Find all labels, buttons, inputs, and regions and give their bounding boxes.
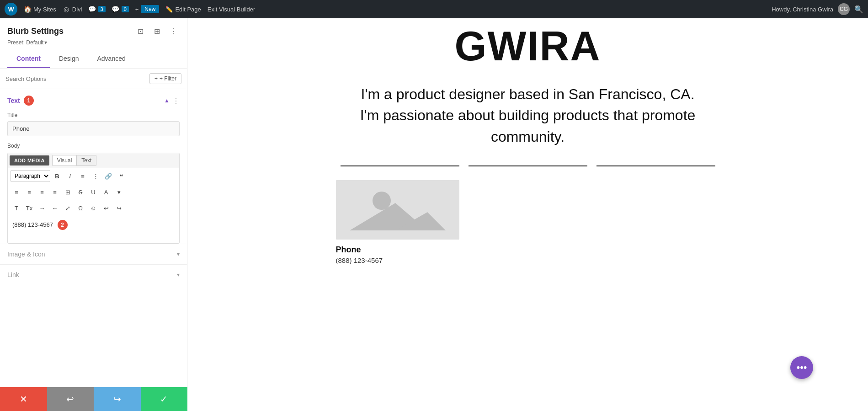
edit-page-link[interactable]: ✏️ Edit Page: [165, 6, 201, 13]
text-color-button[interactable]: A: [100, 186, 112, 198]
table-button[interactable]: ⊞: [62, 186, 74, 198]
blurb-phone: (888) 123-4567: [336, 256, 383, 264]
paragraph-select[interactable]: Paragraph: [11, 170, 50, 182]
tab-design[interactable]: Design: [50, 50, 88, 68]
unordered-list-button[interactable]: ≡: [77, 170, 89, 182]
undo-button[interactable]: ↩: [47, 387, 94, 411]
toolbar-row1: Paragraph B I ≡ ⋮ 🔗 ❝: [8, 168, 179, 184]
body-editor[interactable]: (888) 123-4567 2: [8, 216, 179, 243]
admin-bar-left: W 🏠 My Sites ◎ Divi 💬 3 💬 0 + New ✏️ Edi…: [5, 3, 764, 16]
visual-tab[interactable]: Visual: [52, 155, 77, 166]
blockquote-button[interactable]: ❝: [115, 170, 127, 182]
toolbar-row3: T Tx → ← ⤢ Ω ☺ ↩ ↪: [8, 200, 179, 216]
my-sites-link[interactable]: 🏠 My Sites: [24, 5, 56, 13]
cancel-button[interactable]: ✕: [0, 387, 47, 411]
fab-button[interactable]: •••: [790, 356, 813, 379]
divider-2: [469, 165, 587, 166]
section-icons: ▲ ⋮: [164, 96, 180, 105]
align-left-button[interactable]: ≡: [11, 186, 22, 198]
strikethrough-button[interactable]: S: [75, 186, 86, 198]
svg-point-1: [373, 192, 391, 210]
body-label: Body: [0, 143, 187, 149]
resize-icon[interactable]: ⊡: [134, 25, 147, 37]
align-right-button[interactable]: ≡: [36, 186, 48, 198]
comments-link[interactable]: 💬 3: [89, 5, 106, 13]
tab-content[interactable]: Content: [7, 50, 50, 68]
special-char-button[interactable]: Ω: [75, 202, 86, 214]
fab-icon: •••: [796, 362, 807, 374]
editor-toolbar: ADD MEDIA Visual Text Paragraph B I ≡: [7, 153, 180, 244]
blurb-card: Phone (888) 123-4567: [336, 176, 720, 269]
paste-text-button[interactable]: T: [11, 202, 22, 214]
visual-text-tabs: Visual Text: [52, 155, 96, 166]
edit-page-label: Edit Page: [175, 6, 201, 13]
text-section-header[interactable]: Text 1 ▲ ⋮: [0, 89, 187, 112]
fullscreen-button[interactable]: ⤢: [62, 202, 74, 214]
title-label-text: Title: [7, 112, 17, 118]
search-icon[interactable]: 🔍: [854, 5, 863, 14]
new-link[interactable]: + New: [135, 5, 160, 13]
outdent-button[interactable]: ←: [49, 202, 61, 214]
emoji-button[interactable]: ☺: [87, 202, 99, 214]
columns-icon[interactable]: ⊞: [150, 25, 163, 37]
preset-text: Preset: Default: [7, 39, 43, 46]
title-label: Title: [7, 112, 180, 118]
underline-button[interactable]: U: [87, 186, 99, 198]
bold-button[interactable]: B: [51, 170, 63, 182]
undo-edit-button[interactable]: ↩: [100, 202, 112, 214]
more-icon[interactable]: ⋮: [167, 25, 180, 37]
divider-3: [596, 165, 715, 166]
text-tab[interactable]: Text: [77, 155, 96, 166]
clear-format-button[interactable]: Tx: [23, 202, 35, 214]
link-section[interactable]: Link ▾: [0, 265, 187, 285]
indent-button[interactable]: →: [36, 202, 48, 214]
search-input[interactable]: [5, 75, 146, 82]
text-section-more[interactable]: ⋮: [172, 96, 180, 105]
italic-button[interactable]: I: [64, 170, 76, 182]
divi-label: Divi: [72, 6, 82, 13]
divi-link[interactable]: ◎ Divi: [63, 5, 82, 13]
more-formats-button[interactable]: ▾: [113, 186, 125, 198]
howdy-label: Howdy, Christina Gwira: [772, 6, 833, 13]
filter-button[interactable]: + + Filter: [149, 73, 181, 84]
comments2-link[interactable]: 💬 0: [112, 5, 129, 13]
comments2-count: 0: [122, 6, 129, 12]
add-media-button[interactable]: ADD MEDIA: [10, 155, 49, 165]
redo-icon: ↪: [113, 394, 121, 405]
exit-vb-link[interactable]: Exit Visual Builder: [208, 6, 256, 13]
image-icon-chevron: ▾: [177, 251, 180, 257]
text-section-badge: 1: [24, 96, 34, 106]
undo-icon: ↩: [66, 394, 74, 405]
tabs-row: Content Design Advanced: [7, 50, 180, 68]
plus-icon: +: [135, 6, 139, 13]
new-label: New: [141, 5, 159, 13]
panel-content: Text 1 ▲ ⋮ Title Body: [0, 89, 187, 411]
align-center-button[interactable]: ≡: [23, 186, 35, 198]
toolbar-row2: ≡ ≡ ≡ ≡ ⊞ S U A ▾: [8, 184, 179, 200]
link-button[interactable]: 🔗: [102, 170, 114, 182]
ordered-list-button[interactable]: ⋮: [90, 170, 101, 182]
tab-advanced[interactable]: Advanced: [88, 50, 134, 68]
preset-label[interactable]: Preset: Default ▾: [7, 39, 180, 46]
text-section-chevron[interactable]: ▲: [164, 97, 170, 104]
title-field-group: Title: [0, 112, 187, 143]
divider-row: [336, 165, 720, 166]
align-justify-button[interactable]: ≡: [49, 186, 61, 198]
toolbar-top: ADD MEDIA Visual Text: [8, 153, 179, 168]
divider-1: [341, 165, 459, 166]
panel-title: Blurb Settings: [7, 27, 64, 36]
preview-content: GWIRA I'm a product designer based in Sa…: [309, 18, 747, 296]
redo-button[interactable]: ↪: [94, 387, 141, 411]
filter-label: + Filter: [160, 75, 176, 82]
cancel-icon: ✕: [20, 394, 27, 405]
comment-icon: 💬: [89, 5, 96, 13]
save-button[interactable]: ✓: [141, 387, 188, 411]
user-avatar[interactable]: CG: [838, 3, 850, 15]
title-input[interactable]: [7, 121, 180, 136]
sites-icon: 🏠: [24, 5, 31, 13]
image-icon-label: Image & Icon: [7, 251, 45, 258]
wordpress-icon[interactable]: W: [5, 3, 17, 16]
redo-edit-button[interactable]: ↪: [113, 202, 125, 214]
image-icon-section[interactable]: Image & Icon ▾: [0, 244, 187, 265]
comment2-icon: 💬: [112, 5, 119, 13]
